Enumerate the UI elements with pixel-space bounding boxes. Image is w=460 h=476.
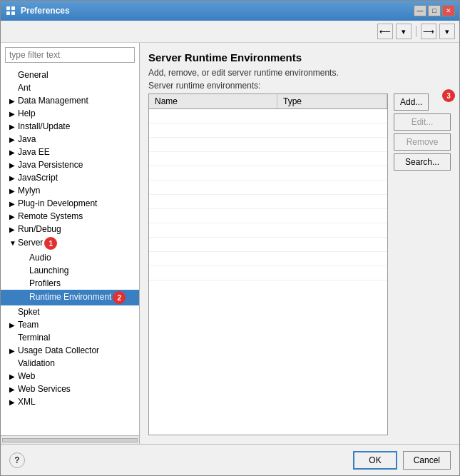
expand-icon: ▶ bbox=[9, 187, 16, 195]
window-controls: — □ ✕ bbox=[414, 5, 455, 16]
sidebar-item-audio[interactable]: Audio bbox=[1, 251, 139, 264]
title-bar: Preferences — □ ✕ bbox=[1, 1, 459, 21]
expand-icon: ▶ bbox=[9, 398, 16, 406]
sidebar-item-spket[interactable]: Spket bbox=[1, 305, 139, 318]
forward-menu-button[interactable]: ▾ bbox=[439, 24, 455, 39]
expand-icon: ▶ bbox=[9, 161, 16, 169]
sidebar-item-ant[interactable]: Ant bbox=[1, 81, 139, 94]
expand-icon: ▶ bbox=[9, 226, 16, 233]
table-row bbox=[149, 238, 387, 252]
bottom-right: OK Cancel bbox=[353, 451, 451, 470]
sidebar-item-remote-systems[interactable]: ▶Remote Systems bbox=[1, 210, 139, 223]
table-section: Name Type bbox=[148, 93, 451, 435]
expand-icon: ▶ bbox=[9, 136, 16, 143]
expand-icon: ▶ bbox=[9, 97, 16, 105]
sidebar-item-terminal[interactable]: Terminal bbox=[1, 331, 139, 344]
ok-button[interactable]: OK bbox=[353, 451, 397, 470]
sidebar-scrollbar[interactable] bbox=[1, 435, 139, 444]
window-title: Preferences bbox=[21, 6, 414, 16]
search-button[interactable]: Search... bbox=[394, 153, 451, 171]
sidebar-item-java[interactable]: ▶Java bbox=[1, 133, 139, 146]
col-name: Name bbox=[149, 94, 277, 108]
runtime-badge: 2 bbox=[113, 291, 126, 304]
sidebar-item-usage-data-collector[interactable]: ▶Usage Data Collector bbox=[1, 344, 139, 357]
table-row bbox=[149, 195, 387, 209]
sidebar-item-mylyn[interactable]: ▶Mylyn bbox=[1, 184, 139, 197]
sidebar-item-web-services[interactable]: ▶Web Services bbox=[1, 383, 139, 395]
expand-icon: ▶ bbox=[9, 373, 16, 380]
right-panel: Server Runtime Environments Add, remove,… bbox=[140, 43, 459, 444]
back-menu-button[interactable]: ▾ bbox=[396, 24, 412, 39]
cancel-button[interactable]: Cancel bbox=[403, 451, 451, 470]
expand-icon: ▶ bbox=[9, 174, 16, 182]
forward-icon: ⟶ bbox=[423, 27, 434, 36]
main-content: General Ant ▶Data Management ▶Help ▶Inst… bbox=[1, 43, 459, 444]
sidebar-item-validation[interactable]: Validation bbox=[1, 357, 139, 370]
window-icon bbox=[5, 5, 16, 16]
scrollbar-track[interactable] bbox=[2, 438, 138, 442]
sidebar-item-server[interactable]: ▼Server1 bbox=[1, 236, 139, 251]
sidebar-item-web[interactable]: ▶Web bbox=[1, 370, 139, 383]
bottom-bar: ? OK Cancel bbox=[1, 444, 459, 475]
expand-icon: ▶ bbox=[9, 385, 16, 393]
sidebar-item-data-management[interactable]: ▶Data Management bbox=[1, 94, 139, 107]
forward-button[interactable]: ⟶ bbox=[421, 24, 436, 39]
bottom-left: ? bbox=[9, 452, 25, 468]
sidebar-item-plugin-development[interactable]: ▶Plug-in Development bbox=[1, 197, 139, 210]
sidebar-item-general[interactable]: General bbox=[1, 69, 139, 81]
back-button[interactable]: ⟵ bbox=[377, 24, 393, 39]
back-menu-icon: ▾ bbox=[402, 27, 406, 36]
sidebar-item-help[interactable]: ▶Help bbox=[1, 107, 139, 120]
table-row bbox=[149, 252, 387, 266]
table-row bbox=[149, 138, 387, 152]
sidebar-item-xml[interactable]: ▶XML bbox=[1, 395, 139, 408]
sidebar-item-team[interactable]: ▶Team bbox=[1, 318, 139, 331]
minimize-button[interactable]: — bbox=[414, 5, 426, 16]
add-button[interactable]: Add... bbox=[394, 93, 429, 111]
expand-icon: ▶ bbox=[9, 148, 16, 156]
table-row bbox=[149, 123, 387, 138]
sidebar-item-runtime-environment[interactable]: Runtime Environment2 bbox=[1, 290, 139, 305]
sidebar-item-java-ee[interactable]: ▶Java EE bbox=[1, 146, 139, 158]
toolbar: ⟵ ▾ ⟶ ▾ bbox=[1, 21, 459, 43]
add-badge: 3 bbox=[442, 89, 455, 102]
expand-icon: ▶ bbox=[9, 213, 16, 221]
forward-menu-icon: ▾ bbox=[445, 27, 449, 36]
back-icon: ⟵ bbox=[379, 27, 391, 36]
table-row bbox=[149, 166, 387, 181]
close-button[interactable]: ✕ bbox=[442, 5, 455, 16]
expand-icon: ▶ bbox=[9, 321, 16, 329]
sidebar-item-install-update[interactable]: ▶Install/Update bbox=[1, 120, 139, 133]
table-row bbox=[149, 181, 387, 195]
help-button[interactable]: ? bbox=[9, 452, 25, 468]
remove-button[interactable]: Remove bbox=[394, 133, 451, 151]
preferences-window: Preferences — □ ✕ ⟵ ▾ ⟶ ▾ General Ant bbox=[0, 0, 460, 476]
sidebar-item-run-debug[interactable]: ▶Run/Debug bbox=[1, 223, 139, 236]
table-row bbox=[149, 109, 387, 123]
svg-rect-0 bbox=[6, 6, 10, 10]
expand-icon: ▶ bbox=[9, 200, 16, 208]
environments-label: Server runtime environments: bbox=[148, 81, 451, 91]
sidebar-item-launching[interactable]: Launching bbox=[1, 264, 139, 277]
sidebar-item-javascript[interactable]: ▶JavaScript bbox=[1, 171, 139, 184]
panel-description: Add, remove, or edit server runtime envi… bbox=[148, 68, 451, 78]
svg-rect-2 bbox=[6, 11, 10, 15]
sidebar: General Ant ▶Data Management ▶Help ▶Inst… bbox=[1, 43, 140, 444]
edit-button[interactable]: Edit... bbox=[394, 113, 451, 131]
server-table: Name Type bbox=[148, 93, 388, 435]
col-type: Type bbox=[277, 94, 387, 108]
action-buttons: Add... 3 Edit... Remove Search... bbox=[394, 93, 451, 435]
table-row bbox=[149, 152, 387, 166]
table-row bbox=[149, 266, 387, 280]
toolbar-separator bbox=[416, 26, 416, 37]
tree-area: General Ant ▶Data Management ▶Help ▶Inst… bbox=[1, 67, 139, 435]
filter-input[interactable] bbox=[5, 47, 135, 63]
expand-icon: ▶ bbox=[9, 110, 16, 118]
sidebar-item-java-persistence[interactable]: ▶Java Persistence bbox=[1, 158, 139, 171]
svg-rect-1 bbox=[11, 6, 15, 10]
server-badge: 1 bbox=[44, 237, 57, 250]
table-header: Name Type bbox=[149, 94, 387, 109]
expand-icon: ▶ bbox=[9, 347, 16, 355]
maximize-button[interactable]: □ bbox=[428, 5, 441, 16]
sidebar-item-profilers[interactable]: Profilers bbox=[1, 277, 139, 290]
